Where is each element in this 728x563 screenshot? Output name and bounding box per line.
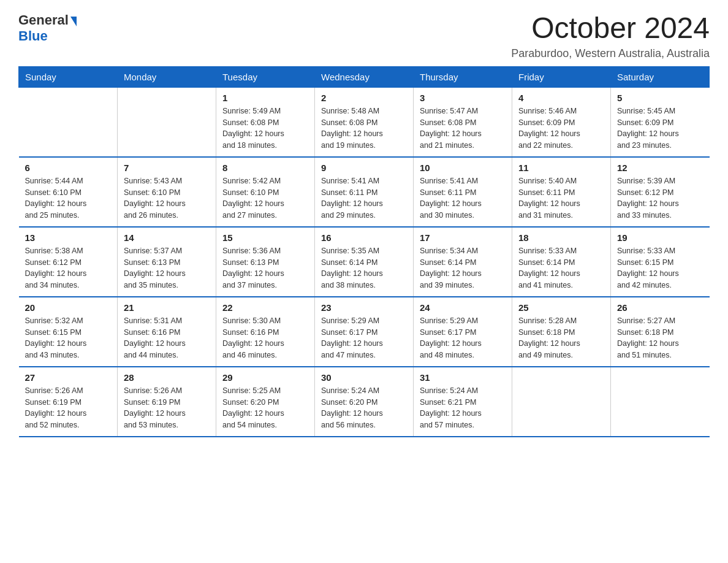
calendar-cell: 22Sunrise: 5:30 AMSunset: 6:16 PMDayligh… xyxy=(216,297,315,367)
day-info: Sunrise: 5:24 AMSunset: 6:21 PMDaylight:… xyxy=(420,385,506,431)
day-number: 24 xyxy=(420,302,506,313)
week-row-2: 6Sunrise: 5:44 AMSunset: 6:10 PMDaylight… xyxy=(19,157,710,227)
day-info: Sunrise: 5:37 AMSunset: 6:13 PMDaylight:… xyxy=(124,245,210,291)
day-number: 8 xyxy=(222,163,308,173)
day-info: Sunrise: 5:27 AMSunset: 6:18 PMDaylight:… xyxy=(617,315,703,361)
logo-general-text: General xyxy=(18,12,69,28)
day-info: Sunrise: 5:47 AMSunset: 6:08 PMDaylight:… xyxy=(420,105,506,151)
day-info: Sunrise: 5:48 AMSunset: 6:08 PMDaylight:… xyxy=(321,105,407,151)
day-info: Sunrise: 5:45 AMSunset: 6:09 PMDaylight:… xyxy=(617,105,703,151)
day-info: Sunrise: 5:35 AMSunset: 6:14 PMDaylight:… xyxy=(321,245,407,291)
calendar-cell xyxy=(118,87,216,157)
day-number: 13 xyxy=(25,232,112,243)
day-info: Sunrise: 5:41 AMSunset: 6:11 PMDaylight:… xyxy=(321,175,407,221)
week-row-4: 20Sunrise: 5:32 AMSunset: 6:15 PMDayligh… xyxy=(19,297,710,367)
day-number: 29 xyxy=(222,372,308,383)
day-number: 22 xyxy=(222,302,308,313)
logo-triangle-icon xyxy=(70,17,77,26)
day-info: Sunrise: 5:31 AMSunset: 6:16 PMDaylight:… xyxy=(124,315,210,361)
day-number: 6 xyxy=(25,163,112,173)
calendar-cell: 16Sunrise: 5:35 AMSunset: 6:14 PMDayligh… xyxy=(315,227,414,297)
day-number: 31 xyxy=(420,372,506,383)
header-cell-thursday: Thursday xyxy=(414,66,512,87)
day-number: 23 xyxy=(321,302,407,313)
day-number: 4 xyxy=(518,93,604,103)
day-number: 28 xyxy=(124,372,210,383)
day-info: Sunrise: 5:49 AMSunset: 6:08 PMDaylight:… xyxy=(222,105,308,151)
calendar-cell: 13Sunrise: 5:38 AMSunset: 6:12 PMDayligh… xyxy=(19,227,118,297)
day-number: 9 xyxy=(321,163,407,173)
day-info: Sunrise: 5:24 AMSunset: 6:20 PMDaylight:… xyxy=(321,385,407,431)
calendar-cell: 26Sunrise: 5:27 AMSunset: 6:18 PMDayligh… xyxy=(611,297,710,367)
calendar-cell: 12Sunrise: 5:39 AMSunset: 6:12 PMDayligh… xyxy=(611,157,710,227)
day-number: 1 xyxy=(222,93,308,103)
calendar-cell: 25Sunrise: 5:28 AMSunset: 6:18 PMDayligh… xyxy=(512,297,611,367)
logo-blue-text: Blue xyxy=(18,28,48,44)
calendar-cell: 23Sunrise: 5:29 AMSunset: 6:17 PMDayligh… xyxy=(315,297,414,367)
header: General Blue October 2024 Paraburdoo, We… xyxy=(18,12,710,60)
day-number: 15 xyxy=(222,232,308,243)
calendar-cell: 11Sunrise: 5:40 AMSunset: 6:11 PMDayligh… xyxy=(512,157,611,227)
day-info: Sunrise: 5:46 AMSunset: 6:09 PMDaylight:… xyxy=(518,105,604,151)
day-number: 20 xyxy=(25,302,112,313)
day-number: 27 xyxy=(25,372,112,383)
day-number: 17 xyxy=(420,232,506,243)
calendar-cell: 30Sunrise: 5:24 AMSunset: 6:20 PMDayligh… xyxy=(315,367,414,437)
header-cell-saturday: Saturday xyxy=(611,66,710,87)
day-info: Sunrise: 5:40 AMSunset: 6:11 PMDaylight:… xyxy=(518,175,604,221)
calendar-cell: 6Sunrise: 5:44 AMSunset: 6:10 PMDaylight… xyxy=(19,157,118,227)
calendar-body: 1Sunrise: 5:49 AMSunset: 6:08 PMDaylight… xyxy=(19,87,710,437)
day-number: 26 xyxy=(617,302,703,313)
calendar-cell: 4Sunrise: 5:46 AMSunset: 6:09 PMDaylight… xyxy=(512,87,611,157)
day-info: Sunrise: 5:44 AMSunset: 6:10 PMDaylight:… xyxy=(25,175,112,221)
day-number: 14 xyxy=(124,232,210,243)
day-info: Sunrise: 5:39 AMSunset: 6:12 PMDaylight:… xyxy=(617,175,703,221)
calendar-cell: 1Sunrise: 5:49 AMSunset: 6:08 PMDaylight… xyxy=(216,87,315,157)
header-cell-tuesday: Tuesday xyxy=(216,66,315,87)
calendar-cell: 27Sunrise: 5:26 AMSunset: 6:19 PMDayligh… xyxy=(19,367,118,437)
day-number: 19 xyxy=(617,232,703,243)
main-title: October 2024 xyxy=(511,12,710,45)
calendar-cell: 15Sunrise: 5:36 AMSunset: 6:13 PMDayligh… xyxy=(216,227,315,297)
calendar-cell: 21Sunrise: 5:31 AMSunset: 6:16 PMDayligh… xyxy=(118,297,216,367)
week-row-3: 13Sunrise: 5:38 AMSunset: 6:12 PMDayligh… xyxy=(19,227,710,297)
day-number: 10 xyxy=(420,163,506,173)
calendar-cell: 24Sunrise: 5:29 AMSunset: 6:17 PMDayligh… xyxy=(414,297,512,367)
calendar-cell: 7Sunrise: 5:43 AMSunset: 6:10 PMDaylight… xyxy=(118,157,216,227)
calendar-cell: 31Sunrise: 5:24 AMSunset: 6:21 PMDayligh… xyxy=(414,367,512,437)
day-number: 25 xyxy=(518,302,604,313)
day-info: Sunrise: 5:26 AMSunset: 6:19 PMDaylight:… xyxy=(25,385,112,431)
day-number: 16 xyxy=(321,232,407,243)
day-info: Sunrise: 5:30 AMSunset: 6:16 PMDaylight:… xyxy=(222,315,308,361)
day-info: Sunrise: 5:42 AMSunset: 6:10 PMDaylight:… xyxy=(222,175,308,221)
day-number: 2 xyxy=(321,93,407,103)
calendar-cell: 8Sunrise: 5:42 AMSunset: 6:10 PMDaylight… xyxy=(216,157,315,227)
week-row-5: 27Sunrise: 5:26 AMSunset: 6:19 PMDayligh… xyxy=(19,367,710,437)
calendar-header: SundayMondayTuesdayWednesdayThursdayFrid… xyxy=(19,66,710,87)
title-area: October 2024 Paraburdoo, Western Austral… xyxy=(511,12,710,60)
day-number: 7 xyxy=(124,163,210,173)
calendar-cell xyxy=(19,87,118,157)
header-cell-wednesday: Wednesday xyxy=(315,66,414,87)
calendar-cell: 10Sunrise: 5:41 AMSunset: 6:11 PMDayligh… xyxy=(414,157,512,227)
day-info: Sunrise: 5:32 AMSunset: 6:15 PMDaylight:… xyxy=(25,315,112,361)
day-info: Sunrise: 5:29 AMSunset: 6:17 PMDaylight:… xyxy=(321,315,407,361)
calendar-cell xyxy=(611,367,710,437)
header-cell-sunday: Sunday xyxy=(19,66,118,87)
calendar-cell: 9Sunrise: 5:41 AMSunset: 6:11 PMDaylight… xyxy=(315,157,414,227)
day-info: Sunrise: 5:41 AMSunset: 6:11 PMDaylight:… xyxy=(420,175,506,221)
calendar-cell xyxy=(512,367,611,437)
day-info: Sunrise: 5:29 AMSunset: 6:17 PMDaylight:… xyxy=(420,315,506,361)
day-info: Sunrise: 5:38 AMSunset: 6:12 PMDaylight:… xyxy=(25,245,112,291)
calendar-table: SundayMondayTuesdayWednesdayThursdayFrid… xyxy=(18,66,710,437)
day-info: Sunrise: 5:43 AMSunset: 6:10 PMDaylight:… xyxy=(124,175,210,221)
day-info: Sunrise: 5:28 AMSunset: 6:18 PMDaylight:… xyxy=(518,315,604,361)
calendar-cell: 28Sunrise: 5:26 AMSunset: 6:19 PMDayligh… xyxy=(118,367,216,437)
day-info: Sunrise: 5:36 AMSunset: 6:13 PMDaylight:… xyxy=(222,245,308,291)
day-info: Sunrise: 5:34 AMSunset: 6:14 PMDaylight:… xyxy=(420,245,506,291)
week-row-1: 1Sunrise: 5:49 AMSunset: 6:08 PMDaylight… xyxy=(19,87,710,157)
subtitle: Paraburdoo, Western Australia, Australia xyxy=(511,47,710,60)
calendar-cell: 5Sunrise: 5:45 AMSunset: 6:09 PMDaylight… xyxy=(611,87,710,157)
header-cell-friday: Friday xyxy=(512,66,611,87)
logo: General Blue xyxy=(18,12,77,44)
